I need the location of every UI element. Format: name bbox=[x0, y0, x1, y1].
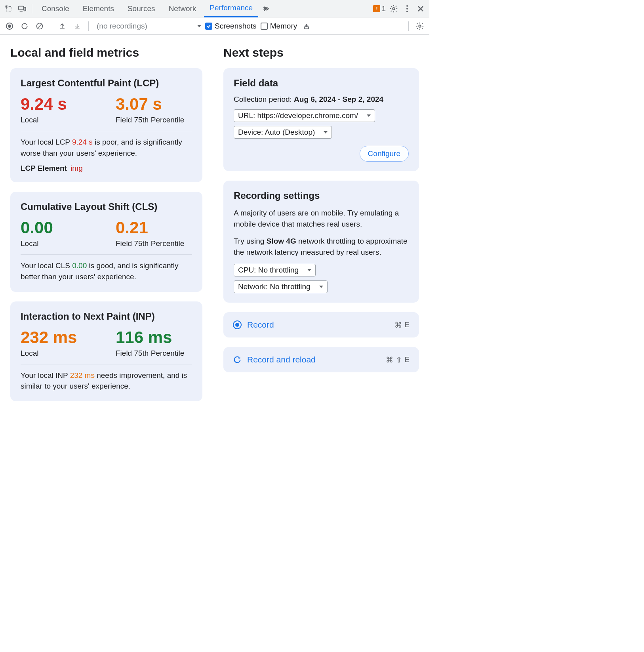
memory-checkbox[interactable]: Memory bbox=[261, 22, 297, 31]
record-circle-icon[interactable] bbox=[4, 21, 15, 32]
lcp-element-label: LCP Element bbox=[21, 164, 67, 172]
tab-network[interactable]: Network bbox=[163, 0, 202, 17]
field-data-title: Field data bbox=[234, 78, 409, 89]
reload-icon[interactable] bbox=[19, 21, 30, 32]
tab-elements[interactable]: Elements bbox=[77, 0, 120, 17]
network-throttle-value: Network: No throttling bbox=[238, 282, 311, 291]
inp-local-label: Local bbox=[21, 349, 100, 358]
svg-point-20 bbox=[419, 25, 421, 27]
chevron-down-icon bbox=[324, 131, 328, 133]
cls-card: Cumulative Layout Shift (CLS) 0.00 Local… bbox=[10, 192, 202, 292]
warning-icon: ! bbox=[373, 5, 380, 12]
inp-card: Interaction to Next Paint (INP) 232 ms L… bbox=[10, 301, 202, 401]
next-steps-column: Next steps Field data Collection period:… bbox=[213, 35, 429, 412]
recording-settings-line1: A majority of users are on mobile. Try e… bbox=[234, 208, 409, 229]
more-tabs-icon[interactable] bbox=[261, 3, 272, 14]
device-select[interactable]: Device: Auto (Desktop) bbox=[234, 126, 332, 139]
svg-point-4 bbox=[392, 8, 395, 10]
cls-local-value: 0.00 bbox=[21, 219, 100, 237]
record-action[interactable]: Record ⌘ E bbox=[223, 312, 419, 337]
field-data-card: Field data Collection period: Aug 6, 202… bbox=[223, 68, 419, 171]
lcp-element-row[interactable]: LCP Element img bbox=[21, 164, 192, 173]
reload-icon bbox=[233, 355, 242, 364]
tab-console[interactable]: Console bbox=[36, 0, 75, 17]
collection-period: Collection period: Aug 6, 2024 - Sep 2, … bbox=[234, 95, 409, 104]
next-steps-heading: Next steps bbox=[223, 46, 419, 59]
recordings-dropdown[interactable]: (no recordings) bbox=[94, 22, 201, 31]
cls-local-label: Local bbox=[21, 239, 100, 248]
recordings-placeholder: (no recordings) bbox=[97, 22, 147, 31]
inp-field-value: 116 ms bbox=[116, 328, 195, 347]
inp-description: Your local INP 232 ms needs improvement,… bbox=[21, 370, 192, 392]
record-radio-icon bbox=[233, 320, 242, 329]
garbage-collect-icon[interactable] bbox=[301, 21, 312, 32]
cls-description: Your local CLS 0.00 is good, and is sign… bbox=[21, 260, 192, 282]
warnings-badge[interactable]: ! 1 bbox=[373, 4, 386, 13]
checkbox-empty-icon bbox=[261, 23, 268, 30]
main-panel: Local and field metrics Largest Contentf… bbox=[0, 35, 429, 412]
metrics-heading: Local and field metrics bbox=[10, 46, 202, 59]
lcp-local-value: 9.24 s bbox=[21, 95, 100, 113]
device-toggle-icon[interactable] bbox=[17, 3, 28, 14]
divider bbox=[408, 21, 409, 31]
tab-performance[interactable]: Performance bbox=[204, 0, 258, 17]
divider bbox=[51, 21, 51, 31]
tab-sources[interactable]: Sources bbox=[122, 0, 161, 17]
configure-button[interactable]: Configure bbox=[360, 146, 409, 162]
record-shortcut: ⌘ E bbox=[394, 320, 410, 330]
cpu-throttle-select[interactable]: CPU: No throttling bbox=[234, 264, 316, 276]
checkbox-checked-icon bbox=[205, 23, 212, 30]
recording-settings-line2: Try using Slow 4G network throttling to … bbox=[234, 236, 409, 257]
more-menu-icon[interactable] bbox=[402, 3, 413, 14]
warnings-count: 1 bbox=[381, 4, 386, 13]
record-reload-action[interactable]: Record and reload ⌘ ⇧ E bbox=[223, 347, 419, 372]
chevron-down-icon bbox=[197, 25, 201, 27]
lcp-card: Largest Contentful Paint (LCP) 9.24 s Lo… bbox=[10, 68, 202, 182]
devtools-tab-bar: Console Elements Sources Network Perform… bbox=[0, 0, 429, 17]
url-select[interactable]: URL: https://developer.chrome.com/ bbox=[234, 109, 375, 122]
divider bbox=[88, 21, 89, 31]
cls-title: Cumulative Layout Shift (CLS) bbox=[21, 201, 192, 212]
cls-field-label: Field 75th Percentile bbox=[116, 239, 195, 248]
cls-field-value: 0.21 bbox=[116, 219, 195, 237]
lcp-local-label: Local bbox=[21, 116, 100, 124]
svg-point-6 bbox=[406, 8, 408, 10]
chevron-down-icon bbox=[367, 114, 371, 117]
network-throttle-select[interactable]: Network: No throttling bbox=[234, 280, 328, 293]
svg-point-7 bbox=[406, 11, 408, 12]
svg-point-11 bbox=[8, 25, 11, 28]
screenshots-label: Screenshots bbox=[215, 22, 257, 31]
svg-line-13 bbox=[38, 24, 42, 28]
recording-settings-card: Recording settings A majority of users a… bbox=[223, 181, 419, 303]
inp-local-value: 232 ms bbox=[21, 328, 100, 347]
lcp-element-value: img bbox=[70, 164, 83, 172]
record-reload-label: Record and reload bbox=[247, 355, 316, 364]
memory-label: Memory bbox=[270, 22, 297, 31]
metrics-column: Local and field metrics Largest Contentf… bbox=[0, 35, 213, 412]
svg-point-5 bbox=[406, 5, 408, 7]
inspect-icon[interactable] bbox=[3, 3, 14, 14]
chevron-down-icon bbox=[319, 286, 323, 288]
download-icon[interactable] bbox=[72, 21, 83, 32]
performance-toolbar: (no recordings) Screenshots Memory bbox=[0, 17, 429, 35]
clear-icon[interactable] bbox=[34, 21, 45, 32]
url-select-value: URL: https://developer.chrome.com/ bbox=[238, 111, 358, 120]
cpu-throttle-value: CPU: No throttling bbox=[238, 266, 299, 275]
settings-gear-icon[interactable] bbox=[388, 3, 399, 14]
panel-settings-gear-icon[interactable] bbox=[414, 21, 425, 32]
lcp-description: Your local LCP 9.24 s is poor, and is si… bbox=[21, 137, 192, 158]
svg-rect-1 bbox=[19, 6, 24, 10]
inp-field-label: Field 75th Percentile bbox=[116, 349, 195, 358]
svg-rect-3 bbox=[24, 7, 26, 11]
lcp-field-label: Field 75th Percentile bbox=[116, 116, 195, 124]
svg-rect-16 bbox=[305, 27, 309, 29]
inp-title: Interaction to Next Paint (INP) bbox=[21, 311, 192, 322]
record-reload-shortcut: ⌘ ⇧ E bbox=[386, 355, 410, 364]
lcp-field-value: 3.07 s bbox=[116, 95, 195, 113]
device-select-value: Device: Auto (Desktop) bbox=[238, 128, 315, 137]
record-label: Record bbox=[247, 320, 274, 330]
close-icon[interactable] bbox=[415, 3, 426, 14]
upload-icon[interactable] bbox=[57, 21, 68, 32]
lcp-title: Largest Contentful Paint (LCP) bbox=[21, 78, 192, 89]
screenshots-checkbox[interactable]: Screenshots bbox=[205, 22, 257, 31]
